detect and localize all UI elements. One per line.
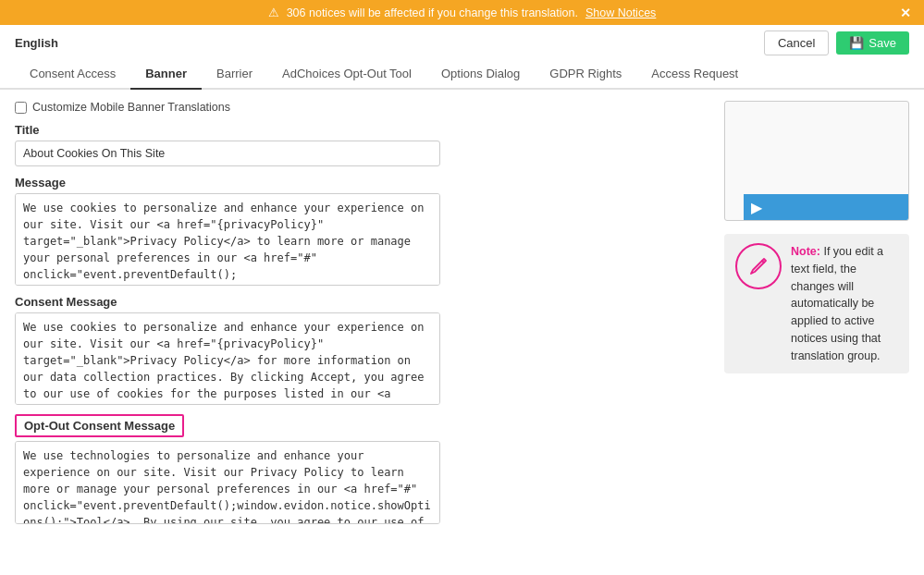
note-label: Note:: [791, 245, 820, 258]
preview-play-bar: ▶: [744, 194, 908, 220]
tab-access-request[interactable]: Access Request: [636, 59, 753, 90]
warning-bar: ⚠ 306 notices will be affected if you ch…: [0, 0, 924, 25]
opt-out-section: Opt-Out Consent Message We use technolog…: [15, 414, 709, 524]
save-button[interactable]: 💾 Save: [836, 31, 909, 55]
note-body-text: If you edit a text field, the changes wi…: [791, 245, 883, 362]
left-panel: Customize Mobile Banner Translations Tit…: [15, 101, 709, 564]
preview-box: ▶: [724, 101, 909, 221]
opt-out-textarea[interactable]: We use technologies to personalize and e…: [15, 441, 440, 524]
message-label: Message: [15, 176, 709, 190]
show-notices-link[interactable]: Show Notices: [585, 6, 656, 19]
warning-icon: ⚠: [268, 6, 279, 19]
tab-adchoices[interactable]: AdChoices Opt-Out Tool: [267, 59, 426, 90]
tab-consent-access[interactable]: Consent Access: [15, 59, 130, 90]
note-icon-wrapper: [735, 243, 782, 289]
message-section: Message We use cookies to personalize an…: [15, 176, 709, 286]
opt-out-label: Opt-Out Consent Message: [15, 414, 184, 437]
customize-mobile-label: Customize Mobile Banner Translations: [32, 101, 230, 114]
play-icon: ▶: [751, 199, 762, 216]
header-row: English Cancel 💾 Save: [0, 25, 924, 55]
consent-message-textarea[interactable]: We use cookies to personalize and enhanc…: [15, 312, 440, 405]
save-icon: 💾: [849, 36, 864, 50]
title-input[interactable]: [15, 141, 440, 166]
cancel-button[interactable]: Cancel: [764, 31, 829, 55]
customize-mobile-checkbox[interactable]: [15, 102, 27, 114]
language-label: English: [15, 36, 58, 50]
note-box: Note: If you edit a text field, the chan…: [724, 234, 909, 373]
save-label: Save: [869, 36, 896, 50]
tab-barrier[interactable]: Barrier: [202, 59, 267, 90]
tab-gdpr-rights[interactable]: GDPR Rights: [535, 59, 636, 90]
tab-options-dialog[interactable]: Options Dialog: [426, 59, 535, 90]
warning-message: 306 notices will be affected if you chan…: [287, 6, 578, 19]
message-textarea[interactable]: We use cookies to personalize and enhanc…: [15, 193, 440, 286]
note-text: Note: If you edit a text field, the chan…: [791, 243, 898, 364]
customize-checkbox-row: Customize Mobile Banner Translations: [15, 101, 709, 114]
title-section: Title: [15, 123, 709, 166]
main-content: Customize Mobile Banner Translations Tit…: [0, 90, 924, 575]
consent-message-section: Consent Message We use cookies to person…: [15, 295, 709, 405]
edit-icon: [745, 253, 771, 279]
close-warning-button[interactable]: ✕: [900, 6, 911, 20]
tab-banner[interactable]: Banner: [130, 59, 202, 90]
tabs-row: Consent Access Banner Barrier AdChoices …: [0, 59, 924, 90]
right-panel: ▶ Note: If you edit a text field, the ch…: [724, 101, 909, 564]
title-label: Title: [15, 123, 709, 137]
header-actions: Cancel 💾 Save: [764, 31, 909, 55]
consent-message-label: Consent Message: [15, 295, 709, 309]
